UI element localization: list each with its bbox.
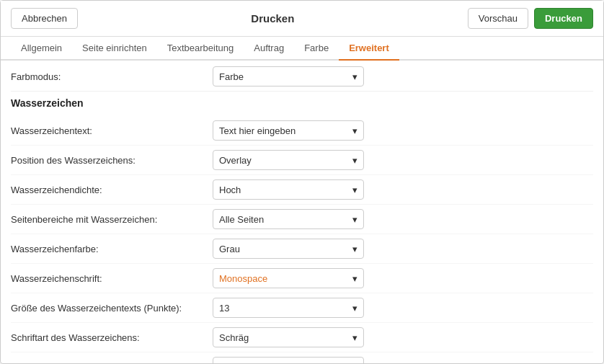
farbmodus-row: Farbmodus: Farbe ▾: [11, 61, 593, 92]
watermark-chevron-3-icon: ▾: [352, 214, 357, 225]
watermark-label-0: Wasserzeichentext:: [11, 125, 213, 136]
tab-textbearbeitung[interactable]: Textbearbeitung: [157, 37, 244, 61]
watermark-dropdown-1[interactable]: Overlay ▾: [213, 150, 364, 170]
watermark-dropdown-5[interactable]: Monospace ▾: [213, 268, 364, 288]
dialog-title: Drucken: [78, 12, 468, 25]
watermark-chevron-5-icon: ▾: [352, 273, 357, 284]
watermark-row-4: Wasserzeichenfarbe: Grau ▾: [11, 234, 593, 264]
watermark-chevron-1-icon: ▾: [352, 155, 357, 166]
tab-seite-einrichten[interactable]: Seite einrichten: [72, 37, 157, 61]
farbmodus-chevron-icon: ▾: [352, 71, 357, 82]
farbmodus-value: Farbe: [219, 71, 244, 82]
tab-bar: Allgemein Seite einrichten Textbearbeitu…: [1, 37, 603, 61]
watermark-chevron-0-icon: ▾: [352, 125, 357, 136]
farbmodus-dropdown[interactable]: Farbe ▾: [213, 66, 364, 86]
watermark-value-3: Alle Seiten: [219, 214, 264, 225]
watermark-label-7: Schriftart des Wasserzeichens:: [11, 332, 213, 343]
watermark-dropdown-2[interactable]: Hoch ▾: [213, 179, 364, 200]
watermark-chevron-6-icon: ▾: [352, 303, 357, 314]
watermark-value-0: Text hier eingeben: [219, 125, 296, 136]
cancel-button[interactable]: Abbrechen: [11, 8, 78, 29]
watermark-row-7: Schriftart des Wasserzeichens: Schräg ▾: [11, 323, 593, 352]
print-dialog: Abbrechen Drucken Vorschau Drucken Allge…: [0, 0, 604, 364]
watermark-row-0: Wasserzeichentext: Text hier eingeben ▾: [11, 116, 593, 146]
farbmodus-label: Farbmodus:: [11, 71, 213, 82]
watermark-row-6: Größe des Wasserzeichentexts (Punkte): 1…: [11, 293, 593, 323]
watermark-dropdown-4[interactable]: Grau ▾: [213, 239, 364, 259]
preview-button[interactable]: Vorschau: [468, 8, 528, 29]
watermark-chevron-7-icon: ▾: [352, 332, 357, 343]
watermark-label-6: Größe des Wasserzeichentexts (Punkte):: [11, 303, 213, 314]
watermark-value-2: Hoch: [219, 185, 241, 195]
tab-allgemein[interactable]: Allgemein: [11, 37, 72, 61]
watermark-row-8: Schriftgewicht des Wasserzeichens: Norma…: [11, 352, 593, 363]
watermark-value-8: Normal: [219, 362, 249, 364]
tab-erweitert[interactable]: Erweitert: [339, 37, 399, 61]
watermark-value-7: Schräg: [219, 332, 249, 343]
watermark-row-1: Position des Wasserzeichens: Overlay ▾: [11, 146, 593, 175]
watermark-label-5: Wasserzeichenschrift:: [11, 273, 213, 284]
watermark-label-4: Wasserzeichenfarbe:: [11, 244, 213, 254]
header-actions: Vorschau Drucken: [468, 8, 593, 29]
watermark-chevron-8-icon: ▾: [352, 362, 357, 364]
watermark-label-2: Wasserzeichendichte:: [11, 185, 213, 195]
watermark-section-title: Wasserzeichen: [11, 97, 593, 109]
tab-content: Farbmodus: Farbe ▾ Wasserzeichen Wasserz…: [1, 61, 603, 363]
watermark-row-3: Seitenbereiche mit Wasserzeichen: Alle S…: [11, 205, 593, 234]
watermark-row-5: Wasserzeichenschrift: Monospace ▾: [11, 264, 593, 293]
watermark-label-1: Position des Wasserzeichens:: [11, 155, 213, 166]
watermark-chevron-4-icon: ▾: [352, 244, 357, 254]
tab-auftrag[interactable]: Auftrag: [244, 37, 294, 61]
watermark-chevron-2-icon: ▾: [352, 185, 357, 195]
dialog-header: Abbrechen Drucken Vorschau Drucken: [1, 1, 603, 37]
print-button[interactable]: Drucken: [534, 8, 593, 29]
watermark-row-2: Wasserzeichendichte: Hoch ▾: [11, 175, 593, 205]
watermark-value-5: Monospace: [219, 273, 267, 284]
watermark-value-4: Grau: [219, 244, 240, 254]
watermark-value-6: 13: [219, 303, 229, 314]
watermark-dropdown-3[interactable]: Alle Seiten ▾: [213, 209, 364, 229]
watermark-dropdown-6[interactable]: 13 ▾: [213, 298, 364, 318]
watermark-value-1: Overlay: [219, 155, 252, 166]
tab-farbe[interactable]: Farbe: [294, 37, 339, 61]
watermark-label-8: Schriftgewicht des Wasserzeichens:: [11, 362, 213, 364]
watermark-dropdown-7[interactable]: Schräg ▾: [213, 327, 364, 347]
watermark-dropdown-8[interactable]: Normal ▾: [213, 357, 364, 363]
watermark-label-3: Seitenbereiche mit Wasserzeichen:: [11, 214, 213, 225]
watermark-dropdown-0[interactable]: Text hier eingeben ▾: [213, 120, 364, 141]
